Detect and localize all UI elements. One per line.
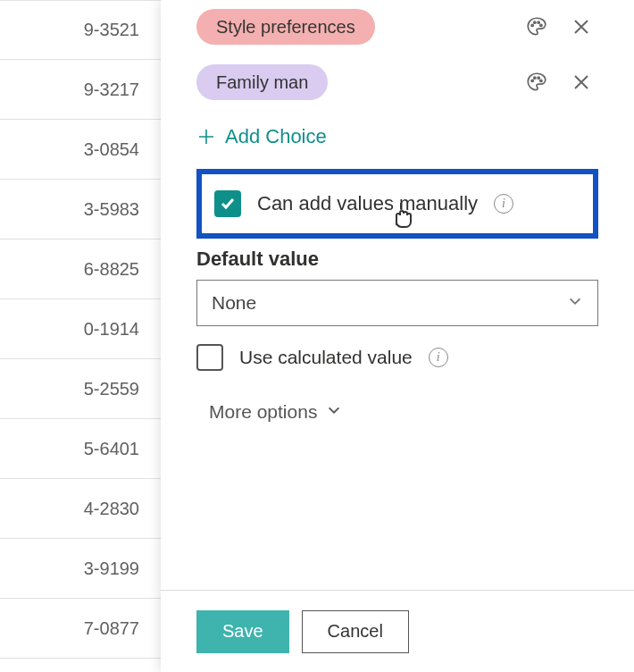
svg-point-0 <box>531 24 533 26</box>
cancel-button-label: Cancel <box>328 621 383 642</box>
svg-point-7 <box>540 80 542 81</box>
can-add-values-checkbox[interactable] <box>214 190 241 217</box>
use-calculated-checkbox[interactable] <box>196 344 223 371</box>
table-row[interactable]: 5-6401 <box>0 419 161 479</box>
background-list: 9-3521 9-3217 3-0854 3-5983 6-8825 0-191… <box>0 0 161 672</box>
default-value-selected: None <box>212 292 256 314</box>
cell-value: 5-2559 <box>84 379 139 399</box>
save-button[interactable]: Save <box>196 610 289 653</box>
svg-point-5 <box>534 77 536 79</box>
chevron-down-icon <box>567 292 583 314</box>
more-options-toggle[interactable]: More options <box>209 401 342 423</box>
table-row[interactable]: 7-0877 <box>0 599 161 659</box>
table-row[interactable]: 0-1914 <box>0 299 161 359</box>
default-value-dropdown[interactable]: None <box>196 280 598 326</box>
close-icon[interactable] <box>570 71 593 94</box>
choice-chip[interactable]: Family man <box>196 64 328 100</box>
chevron-down-icon <box>326 401 342 423</box>
svg-point-4 <box>531 80 533 81</box>
add-choice-button[interactable]: Add Choice <box>196 125 327 148</box>
save-button-label: Save <box>222 621 263 642</box>
info-icon[interactable]: i <box>494 194 513 214</box>
cell-value: 9-3521 <box>84 20 139 40</box>
cell-value: 3-0854 <box>84 139 139 160</box>
use-calculated-label: Use calculated value <box>239 347 413 368</box>
palette-icon[interactable] <box>525 15 548 38</box>
choice-label: Style preferences <box>216 17 355 38</box>
choice-label: Family man <box>216 72 308 93</box>
table-row[interactable]: 6-8825 <box>0 239 161 299</box>
choice-row: Style preferences <box>196 9 598 45</box>
cell-value: 3-5983 <box>84 199 139 220</box>
can-add-values-label: Can add values manually <box>257 192 478 215</box>
use-calculated-row: Use calculated value i <box>196 344 598 371</box>
cell-value: 0-1914 <box>84 319 139 340</box>
table-row[interactable]: 3-0854 <box>0 120 161 180</box>
column-settings-panel: Style preferences Family m <box>161 0 634 672</box>
cell-value: 6-8825 <box>84 259 139 280</box>
default-value-label: Default value <box>196 248 598 271</box>
table-row[interactable]: 4-2830 <box>0 479 161 539</box>
cell-value: 5-6401 <box>84 439 139 459</box>
table-row[interactable]: 3-9199 <box>0 539 161 599</box>
cell-value: 4-2830 <box>84 499 139 519</box>
cell-value: 7-0877 <box>84 618 139 639</box>
close-icon[interactable] <box>570 15 593 38</box>
table-row[interactable]: 5-2559 <box>0 359 161 419</box>
info-icon[interactable]: i <box>429 348 448 367</box>
choice-chip[interactable]: Style preferences <box>196 9 375 45</box>
panel-footer: Save Cancel <box>161 590 634 672</box>
cancel-button[interactable]: Cancel <box>302 610 409 653</box>
choice-row: Family man <box>196 64 598 100</box>
cell-value: 9-3217 <box>84 80 139 100</box>
plus-icon <box>196 127 216 147</box>
svg-point-1 <box>534 21 536 23</box>
manual-add-highlight: Can add values manually i <box>196 169 598 239</box>
add-choice-label: Add Choice <box>225 125 327 148</box>
table-row[interactable]: 3-5983 <box>0 180 161 239</box>
table-row[interactable]: 9-3521 <box>0 0 161 60</box>
svg-point-3 <box>540 24 542 26</box>
table-row[interactable]: 9-3217 <box>0 60 161 120</box>
svg-point-6 <box>538 77 539 79</box>
cell-value: 3-9199 <box>84 559 139 579</box>
more-options-label: More options <box>209 401 317 423</box>
svg-point-2 <box>538 21 539 23</box>
palette-icon[interactable] <box>525 71 548 94</box>
